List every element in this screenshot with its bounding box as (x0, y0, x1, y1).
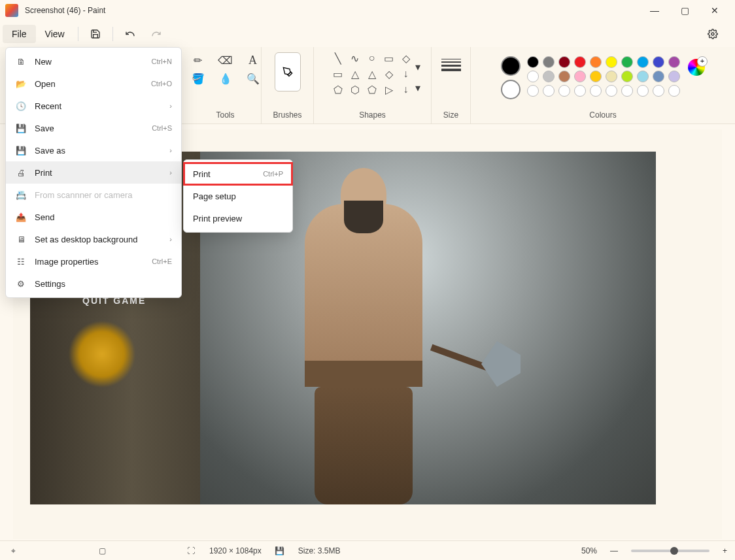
file-save[interactable]: 💾SaveCtrl+S (6, 117, 181, 139)
palette-color[interactable] (527, 56, 539, 68)
separator (78, 27, 78, 41)
properties-icon: ☷ (15, 257, 27, 267)
palette-color[interactable] (574, 85, 586, 97)
scanner-icon: 📇 (15, 190, 27, 200)
view-menu-button[interactable]: View (36, 25, 74, 43)
palette-color[interactable] (653, 56, 664, 68)
palette-color[interactable] (606, 56, 617, 68)
palette-color[interactable] (637, 71, 649, 82)
palette-color[interactable] (543, 56, 555, 68)
palette-color[interactable] (558, 56, 570, 68)
file-icon: 🗎 (15, 57, 27, 67)
magnifier-tool[interactable]: 🔍 (245, 71, 261, 86)
zoom-in-button[interactable]: + (723, 546, 727, 555)
canvas-content (63, 315, 141, 393)
file-menu-button[interactable]: File (3, 25, 36, 43)
settings-gear-button[interactable] (701, 24, 725, 44)
print-submenu-print[interactable]: PrintCtrl+P (184, 163, 292, 185)
color-palette (527, 56, 681, 97)
brushes-label: Brushes (273, 110, 301, 120)
size-dropdown[interactable] (441, 52, 461, 71)
brush-icon (282, 67, 293, 77)
picker-tool[interactable]: 💧 (218, 71, 233, 86)
send-icon: 📤 (15, 212, 27, 222)
file-save-as[interactable]: 💾Save as› (6, 139, 181, 161)
colours-label: Colours (589, 110, 616, 120)
undo-button[interactable] (118, 24, 142, 44)
file-print[interactable]: 🖨Print› (6, 161, 181, 184)
save-quick-button[interactable] (84, 24, 107, 44)
disk-icon: 💾 (275, 546, 285, 555)
titlebar: Screenshot (46) - Paint — ▢ ✕ (0, 0, 735, 21)
file-desktop-bg[interactable]: 🖥Set as desktop background› (6, 228, 181, 250)
separator (112, 27, 113, 41)
size-group: Size (432, 47, 471, 124)
print-submenu-preview[interactable]: Print preview (184, 207, 292, 229)
file-scanner: 📇From scannner or camera (6, 184, 181, 206)
fill-tool[interactable]: 🪣 (190, 71, 206, 86)
palette-color[interactable] (621, 71, 633, 82)
brushes-group: Brushes (262, 47, 314, 124)
filesize-label: Size: 3.5MB (298, 546, 341, 555)
palette-color[interactable] (543, 71, 555, 82)
gear-icon (708, 29, 718, 39)
palette-color[interactable] (543, 85, 555, 97)
palette-color[interactable] (590, 85, 602, 97)
palette-color[interactable] (606, 71, 617, 82)
redo-button[interactable] (145, 24, 168, 44)
palette-color[interactable] (527, 71, 539, 82)
edit-colors-button[interactable] (688, 59, 705, 76)
palette-color[interactable] (574, 71, 586, 82)
shapes-gallery[interactable]: ╲∿○▭◇ ▭△△◇↓ ⬠⬡⬠▷↓ (332, 52, 413, 95)
eraser-tool[interactable]: ⌫ (218, 52, 233, 68)
palette-color[interactable] (590, 71, 602, 82)
file-settings[interactable]: ⚙Settings (6, 272, 181, 295)
shape-outline-dropdown[interactable]: ▾ (410, 59, 426, 74)
menubar: File View (0, 21, 735, 47)
palette-color[interactable] (668, 71, 680, 82)
dimensions-value: 1920 × 1084px (209, 546, 262, 555)
palette-color[interactable] (621, 85, 633, 97)
palette-color[interactable] (527, 85, 539, 97)
zoom-slider[interactable] (631, 550, 709, 552)
shape-fill-dropdown[interactable]: ▾ (410, 80, 426, 95)
palette-color[interactable] (637, 56, 649, 68)
palette-color[interactable] (637, 85, 649, 97)
minimize-button[interactable]: — (640, 0, 670, 21)
brushes-dropdown[interactable] (275, 52, 301, 91)
print-submenu-page-setup[interactable]: Page setup (184, 185, 292, 207)
color-1-swatch[interactable] (501, 56, 521, 76)
canvas-content (279, 165, 449, 504)
clock-icon: 🕓 (15, 101, 27, 111)
file-recent[interactable]: 🕓Recent› (6, 95, 181, 117)
file-open[interactable]: 📂OpenCtrl+O (6, 73, 181, 95)
size-label: Size (443, 110, 458, 120)
palette-color[interactable] (621, 56, 633, 68)
text-tool[interactable]: A (245, 52, 261, 68)
file-new[interactable]: 🗎NewCtrl+N (6, 50, 181, 73)
palette-color[interactable] (668, 85, 680, 97)
save-as-icon: 💾 (15, 146, 27, 156)
palette-color[interactable] (558, 71, 570, 82)
palette-color[interactable] (668, 56, 680, 68)
zoom-value: 50% (581, 546, 597, 555)
file-image-properties[interactable]: ☷Image propertiesCtrl+E (6, 250, 181, 272)
palette-color[interactable] (606, 85, 617, 97)
pencil-tool[interactable]: ✏ (190, 52, 206, 68)
paint-app-icon (5, 4, 18, 17)
palette-color[interactable] (590, 56, 602, 68)
palette-color[interactable] (653, 71, 664, 82)
zoom-out-button[interactable]: — (610, 546, 618, 555)
maximize-button[interactable]: ▢ (670, 0, 700, 21)
palette-color[interactable] (558, 85, 570, 97)
palette-color[interactable] (653, 85, 664, 97)
palette-color[interactable] (574, 56, 586, 68)
print-submenu: PrintCtrl+P Page setup Print preview (183, 159, 293, 233)
file-send[interactable]: 📤Send (6, 206, 181, 228)
color-2-swatch[interactable] (501, 80, 521, 99)
close-button[interactable]: ✕ (700, 0, 730, 21)
svg-point-0 (711, 33, 714, 35)
shapes-group: ╲∿○▭◇ ▭△△◇↓ ⬠⬡⬠▷↓ ▾ ▾ Shapes (314, 47, 432, 124)
cursor-icon: ⌖ (8, 546, 18, 555)
save-icon (90, 29, 101, 39)
